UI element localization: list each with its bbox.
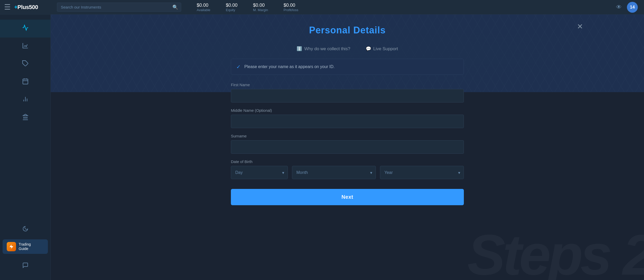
trading-guide-label: TradingGuide xyxy=(19,242,31,251)
modal-close-button[interactable]: ✕ xyxy=(577,22,583,31)
first-name-group: First Name xyxy=(231,83,464,102)
dob-group: Date of Birth Day ▾ Month ▾ xyxy=(231,159,464,179)
stat-profit-value: $0.00 xyxy=(283,3,295,8)
day-select-wrap: Day ▾ xyxy=(231,166,288,179)
search-input[interactable] xyxy=(57,3,181,12)
logo-plus-symbol: +Plus500 xyxy=(14,4,38,11)
first-name-label: First Name xyxy=(231,83,464,87)
sidebar-bottom: TradingGuide xyxy=(0,221,50,280)
trading-guide-icon xyxy=(7,242,16,251)
surname-input[interactable] xyxy=(231,140,464,154)
why-collect-link[interactable]: ℹ️ Why do we collect this? xyxy=(297,46,350,51)
avatar[interactable]: 14 xyxy=(627,2,638,13)
middle-name-input[interactable] xyxy=(231,115,464,128)
modal-actions: ℹ️ Why do we collect this? 💬 Live Suppor… xyxy=(231,46,464,51)
first-name-input[interactable] xyxy=(231,89,464,102)
stat-equity-value: $0.00 xyxy=(226,3,238,8)
chart-icon xyxy=(22,24,29,33)
sidebar-item-analytics[interactable] xyxy=(0,91,50,109)
visibility-toggle-icon[interactable]: 👁 xyxy=(616,4,622,11)
tag-icon xyxy=(22,60,29,69)
stat-margin-value: $0.00 xyxy=(253,3,265,8)
sidebar-item-calendar[interactable] xyxy=(0,73,50,91)
topbar-left: ☰ +Plus500 xyxy=(0,3,52,11)
moon-icon xyxy=(22,226,28,234)
stat-equity-label: Equity xyxy=(226,8,235,12)
month-select-wrap: Month ▾ xyxy=(292,166,376,179)
next-button[interactable]: Next xyxy=(231,189,464,205)
personal-details-modal: ✕ Personal Details ℹ️ Why do we collect … xyxy=(231,25,464,205)
topbar: ☰ +Plus500 🔍 $0.00 Available $0.00 Equit… xyxy=(0,0,644,14)
sidebar-item-portfolio[interactable] xyxy=(0,38,50,55)
surname-label: Surname xyxy=(231,134,464,138)
month-select[interactable]: Month xyxy=(292,166,376,179)
logo[interactable]: +Plus500 xyxy=(14,4,38,11)
stat-margin-label: M. Margin xyxy=(253,8,268,12)
modal-title: Personal Details xyxy=(231,25,464,36)
svg-rect-1 xyxy=(23,79,28,84)
middle-name-label: Middle Name (Optional) xyxy=(231,108,464,113)
dob-row: Day ▾ Month ▾ Year ▾ xyxy=(231,166,464,179)
year-select[interactable]: Year xyxy=(380,166,464,179)
sidebar: TradingGuide xyxy=(0,14,51,280)
live-support-link[interactable]: 💬 Live Support xyxy=(366,46,398,51)
checkmark-icon: ✓ xyxy=(236,64,241,70)
hamburger-icon[interactable]: ☰ xyxy=(4,3,11,11)
search-bar: 🔍 xyxy=(57,3,181,12)
sidebar-item-chat[interactable] xyxy=(0,257,50,275)
day-select[interactable]: Day xyxy=(231,166,288,179)
svg-marker-13 xyxy=(23,114,27,115)
stat-equity: $0.00 Equity xyxy=(226,3,238,12)
middle-name-group: Middle Name (Optional) xyxy=(231,108,464,128)
chat-icon xyxy=(22,262,28,270)
calendar-icon xyxy=(22,78,29,86)
stat-profit-label: Profit/loss xyxy=(283,8,298,12)
dob-label: Date of Birth xyxy=(231,159,464,164)
surname-group: Surname xyxy=(231,134,464,154)
info-banner-text: Please enter your name as it appears on … xyxy=(244,64,335,69)
info-icon: ℹ️ xyxy=(297,46,302,51)
sidebar-item-bank[interactable] xyxy=(0,109,50,127)
year-select-wrap: Year ▾ xyxy=(380,166,464,179)
stat-margin: $0.00 M. Margin xyxy=(253,3,268,12)
svg-marker-14 xyxy=(10,245,13,249)
bank-icon xyxy=(22,114,29,122)
chat-bubble-icon: 💬 xyxy=(366,46,371,51)
info-banner: ✓ Please enter your name as it appears o… xyxy=(231,59,464,75)
stat-available-label: Available xyxy=(197,8,210,12)
main-content: Steps 2 ✕ Personal Details ℹ️ Why do we … xyxy=(51,14,644,280)
topbar-stats: $0.00 Available $0.00 Equity $0.00 M. Ma… xyxy=(197,3,298,12)
modal-overlay: ✕ Personal Details ℹ️ Why do we collect … xyxy=(51,14,644,280)
search-icon: 🔍 xyxy=(172,4,178,10)
topbar-right: 👁 14 xyxy=(616,2,644,13)
sidebar-item-chart[interactable] xyxy=(0,20,50,38)
sidebar-item-tag[interactable] xyxy=(0,55,50,73)
stat-profit: $0.00 Profit/loss xyxy=(283,3,298,12)
portfolio-icon xyxy=(22,42,29,51)
stat-available: $0.00 Available xyxy=(197,3,210,12)
trading-guide-button[interactable]: TradingGuide xyxy=(3,239,48,254)
stat-available-value: $0.00 xyxy=(197,3,208,8)
analytics-icon xyxy=(22,96,29,104)
sidebar-item-theme[interactable] xyxy=(0,221,50,238)
